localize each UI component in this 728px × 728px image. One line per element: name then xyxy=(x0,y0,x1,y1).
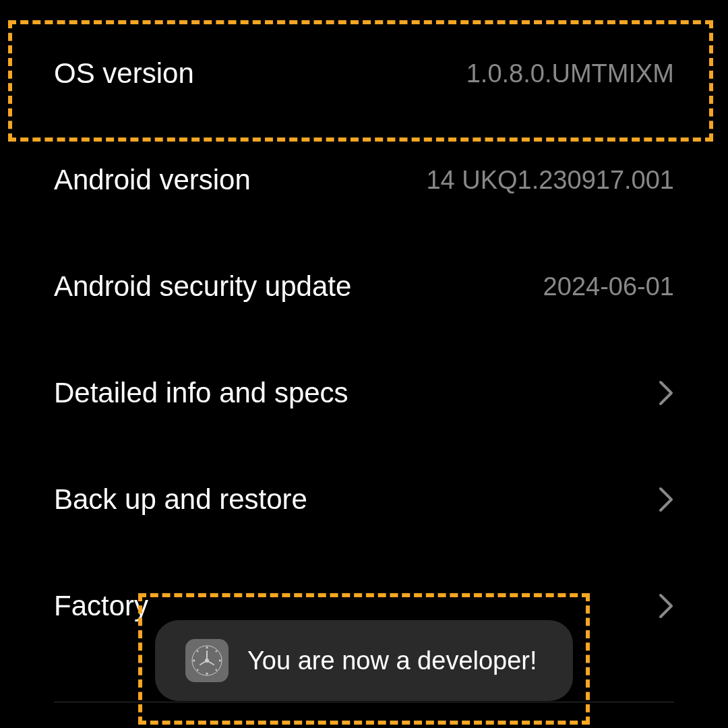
setting-backup-restore[interactable]: Back up and restore xyxy=(0,446,728,553)
setting-security-update[interactable]: Android security update 2024-06-01 xyxy=(0,233,728,340)
setting-os-version[interactable]: OS version 1.0.8.0.UMTMIXM xyxy=(0,20,728,127)
chevron-right-icon xyxy=(658,380,674,406)
chevron-right-icon xyxy=(658,486,674,513)
setting-detailed-info[interactable]: Detailed info and specs xyxy=(0,340,728,446)
chevron-right-icon xyxy=(658,593,674,619)
backup-restore-label: Back up and restore xyxy=(54,483,307,516)
gear-icon xyxy=(185,639,229,682)
os-version-label: OS version xyxy=(54,57,194,90)
developer-toast: You are now a developer! xyxy=(155,620,573,701)
security-update-label: Android security update xyxy=(54,270,351,303)
android-version-value: 14 UKQ1.230917.001 xyxy=(426,166,674,195)
factory-reset-label: Factory xyxy=(54,590,148,622)
android-version-label: Android version xyxy=(54,164,251,196)
detailed-info-right xyxy=(658,380,674,406)
toast-message: You are now a developer! xyxy=(247,646,537,675)
backup-restore-right xyxy=(658,486,674,513)
os-version-value: 1.0.8.0.UMTMIXM xyxy=(466,59,674,88)
divider xyxy=(54,702,674,702)
settings-list: OS version 1.0.8.0.UMTMIXM Android versi… xyxy=(0,0,728,659)
factory-reset-right xyxy=(658,593,674,619)
setting-android-version[interactable]: Android version 14 UKQ1.230917.001 xyxy=(0,127,728,233)
detailed-info-label: Detailed info and specs xyxy=(54,377,348,409)
security-update-value: 2024-06-01 xyxy=(543,272,674,301)
svg-point-1 xyxy=(205,659,209,663)
